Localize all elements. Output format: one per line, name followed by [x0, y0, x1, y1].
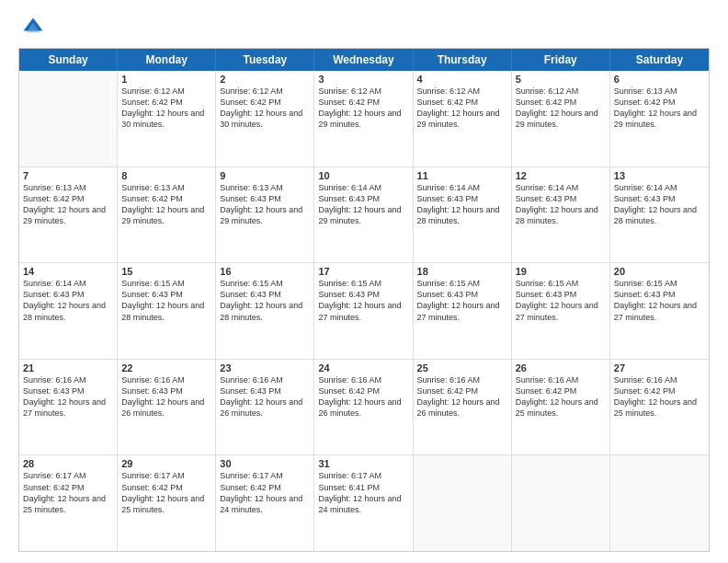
logo [18, 15, 48, 40]
day-number: 14 [23, 266, 113, 277]
cell-info: Sunrise: 6:17 AMSunset: 6:42 PMDaylight:… [23, 470, 113, 515]
day-number: 29 [121, 458, 211, 469]
cell-info: Sunrise: 6:14 AMSunset: 6:43 PMDaylight:… [614, 182, 705, 227]
cell-info: Sunrise: 6:13 AMSunset: 6:42 PMDaylight:… [23, 182, 113, 227]
cell-info: Sunrise: 6:12 AMSunset: 6:42 PMDaylight:… [121, 86, 211, 131]
cell-info: Sunrise: 6:16 AMSunset: 6:43 PMDaylight:… [220, 374, 310, 419]
cell-info: Sunrise: 6:12 AMSunset: 6:42 PMDaylight:… [220, 86, 310, 131]
cell-info: Sunrise: 6:17 AMSunset: 6:42 PMDaylight:… [220, 470, 310, 515]
calendar-cell: 31Sunrise: 6:17 AMSunset: 6:41 PMDayligh… [314, 455, 413, 551]
calendar-header: SundayMondayTuesdayWednesdayThursdayFrid… [19, 49, 709, 71]
calendar-cell: 4Sunrise: 6:12 AMSunset: 6:42 PMDaylight… [414, 71, 512, 167]
cell-info: Sunrise: 6:15 AMSunset: 6:43 PMDaylight:… [220, 278, 310, 323]
header-day-monday: Monday [118, 49, 216, 71]
header-day-sunday: Sunday [19, 49, 118, 71]
calendar-cell: 25Sunrise: 6:16 AMSunset: 6:42 PMDayligh… [414, 360, 512, 455]
page: SundayMondayTuesdayWednesdayThursdayFrid… [0, 0, 728, 563]
cell-info: Sunrise: 6:15 AMSunset: 6:43 PMDaylight:… [121, 278, 211, 323]
cell-info: Sunrise: 6:12 AMSunset: 6:42 PMDaylight:… [417, 86, 507, 131]
day-number: 7 [23, 170, 113, 181]
calendar-cell [414, 455, 512, 551]
calendar-cell: 30Sunrise: 6:17 AMSunset: 6:42 PMDayligh… [216, 455, 314, 551]
calendar-cell [512, 455, 610, 551]
day-number: 3 [318, 74, 408, 85]
day-number: 10 [318, 170, 408, 181]
day-number: 2 [220, 74, 310, 85]
calendar-cell [610, 455, 709, 551]
calendar-cell: 17Sunrise: 6:15 AMSunset: 6:43 PMDayligh… [314, 263, 413, 359]
cell-info: Sunrise: 6:12 AMSunset: 6:42 PMDaylight:… [516, 86, 606, 131]
cell-info: Sunrise: 6:12 AMSunset: 6:42 PMDaylight:… [318, 86, 408, 131]
cell-info: Sunrise: 6:14 AMSunset: 6:43 PMDaylight:… [318, 182, 408, 227]
cell-info: Sunrise: 6:13 AMSunset: 6:43 PMDaylight:… [220, 182, 310, 227]
cell-info: Sunrise: 6:16 AMSunset: 6:42 PMDaylight:… [318, 374, 408, 419]
calendar-cell: 28Sunrise: 6:17 AMSunset: 6:42 PMDayligh… [19, 455, 118, 551]
day-number: 6 [614, 74, 705, 85]
calendar-cell: 22Sunrise: 6:16 AMSunset: 6:43 PMDayligh… [118, 360, 216, 455]
calendar-cell: 15Sunrise: 6:15 AMSunset: 6:43 PMDayligh… [118, 263, 216, 359]
cell-info: Sunrise: 6:15 AMSunset: 6:43 PMDaylight:… [516, 278, 606, 323]
calendar-cell: 19Sunrise: 6:15 AMSunset: 6:43 PMDayligh… [512, 263, 610, 359]
header-day-saturday: Saturday [610, 49, 709, 71]
day-number: 23 [220, 362, 310, 373]
calendar-cell: 9Sunrise: 6:13 AMSunset: 6:43 PMDaylight… [216, 167, 314, 263]
day-number: 15 [121, 266, 211, 277]
header [18, 15, 710, 40]
calendar-cell: 1Sunrise: 6:12 AMSunset: 6:42 PMDaylight… [118, 71, 216, 167]
calendar-cell: 11Sunrise: 6:14 AMSunset: 6:43 PMDayligh… [414, 167, 512, 263]
day-number: 9 [220, 170, 310, 181]
day-number: 18 [417, 266, 507, 277]
calendar-cell: 20Sunrise: 6:15 AMSunset: 6:43 PMDayligh… [610, 263, 709, 359]
day-number: 26 [516, 362, 606, 373]
header-day-wednesday: Wednesday [314, 49, 413, 71]
calendar-cell: 24Sunrise: 6:16 AMSunset: 6:42 PMDayligh… [314, 360, 413, 455]
day-number: 24 [318, 362, 408, 373]
day-number: 30 [220, 458, 310, 469]
cell-info: Sunrise: 6:17 AMSunset: 6:41 PMDaylight:… [318, 470, 408, 515]
header-day-thursday: Thursday [414, 49, 512, 71]
cell-info: Sunrise: 6:17 AMSunset: 6:42 PMDaylight:… [121, 470, 211, 515]
calendar-cell: 2Sunrise: 6:12 AMSunset: 6:42 PMDaylight… [216, 71, 314, 167]
cell-info: Sunrise: 6:16 AMSunset: 6:42 PMDaylight:… [516, 374, 606, 419]
calendar-cell: 10Sunrise: 6:14 AMSunset: 6:43 PMDayligh… [314, 167, 413, 263]
cell-info: Sunrise: 6:15 AMSunset: 6:43 PMDaylight:… [318, 278, 408, 323]
cell-info: Sunrise: 6:15 AMSunset: 6:43 PMDaylight:… [614, 278, 705, 323]
calendar-cell: 12Sunrise: 6:14 AMSunset: 6:43 PMDayligh… [512, 167, 610, 263]
day-number: 13 [614, 170, 705, 181]
day-number: 25 [417, 362, 507, 373]
calendar-cell: 21Sunrise: 6:16 AMSunset: 6:43 PMDayligh… [19, 360, 118, 455]
cell-info: Sunrise: 6:16 AMSunset: 6:43 PMDaylight:… [23, 374, 113, 419]
header-day-tuesday: Tuesday [216, 49, 314, 71]
calendar-cell: 27Sunrise: 6:16 AMSunset: 6:42 PMDayligh… [610, 360, 709, 455]
calendar-cell: 16Sunrise: 6:15 AMSunset: 6:43 PMDayligh… [216, 263, 314, 359]
day-number: 16 [220, 266, 310, 277]
day-number: 21 [23, 362, 113, 373]
calendar-cell: 14Sunrise: 6:14 AMSunset: 6:43 PMDayligh… [19, 263, 118, 359]
header-day-friday: Friday [512, 49, 610, 71]
day-number: 20 [614, 266, 705, 277]
calendar-cell: 29Sunrise: 6:17 AMSunset: 6:42 PMDayligh… [118, 455, 216, 551]
day-number: 8 [121, 170, 211, 181]
cell-info: Sunrise: 6:16 AMSunset: 6:42 PMDaylight:… [417, 374, 507, 419]
calendar-cell: 8Sunrise: 6:13 AMSunset: 6:42 PMDaylight… [118, 167, 216, 263]
day-number: 28 [23, 458, 113, 469]
calendar-row-2: 14Sunrise: 6:14 AMSunset: 6:43 PMDayligh… [19, 263, 709, 360]
day-number: 11 [417, 170, 507, 181]
calendar-cell: 18Sunrise: 6:15 AMSunset: 6:43 PMDayligh… [414, 263, 512, 359]
cell-info: Sunrise: 6:14 AMSunset: 6:43 PMDaylight:… [23, 278, 113, 323]
cell-info: Sunrise: 6:16 AMSunset: 6:43 PMDaylight:… [121, 374, 211, 419]
cell-info: Sunrise: 6:15 AMSunset: 6:43 PMDaylight:… [417, 278, 507, 323]
calendar-cell: 13Sunrise: 6:14 AMSunset: 6:43 PMDayligh… [610, 167, 709, 263]
cell-info: Sunrise: 6:14 AMSunset: 6:43 PMDaylight:… [516, 182, 606, 227]
calendar-body: 1Sunrise: 6:12 AMSunset: 6:42 PMDaylight… [19, 71, 709, 551]
day-number: 17 [318, 266, 408, 277]
day-number: 27 [614, 362, 705, 373]
calendar-cell: 7Sunrise: 6:13 AMSunset: 6:42 PMDaylight… [19, 167, 118, 263]
calendar-row-0: 1Sunrise: 6:12 AMSunset: 6:42 PMDaylight… [19, 71, 709, 167]
calendar-row-4: 28Sunrise: 6:17 AMSunset: 6:42 PMDayligh… [19, 455, 709, 551]
calendar-cell: 23Sunrise: 6:16 AMSunset: 6:43 PMDayligh… [216, 360, 314, 455]
cell-info: Sunrise: 6:16 AMSunset: 6:42 PMDaylight:… [614, 374, 705, 419]
day-number: 22 [121, 362, 211, 373]
cell-info: Sunrise: 6:14 AMSunset: 6:43 PMDaylight:… [417, 182, 507, 227]
day-number: 31 [318, 458, 408, 469]
